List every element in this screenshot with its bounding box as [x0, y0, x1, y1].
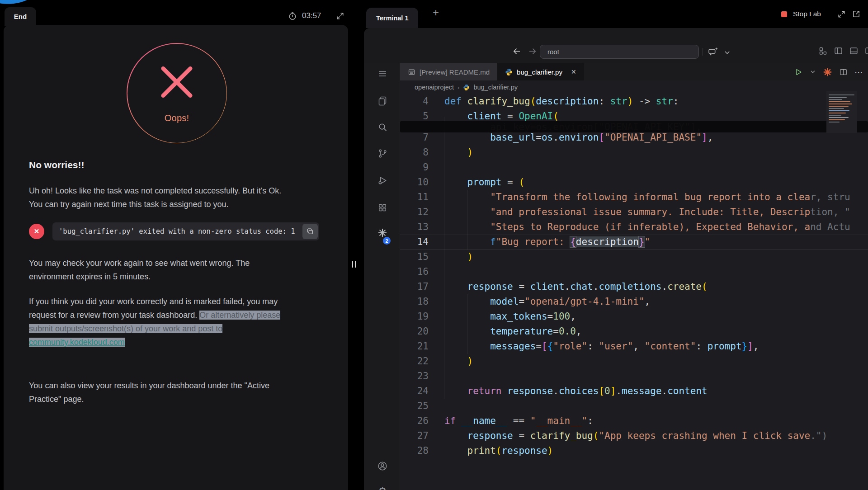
left-topbar: End 03:57 [0, 0, 362, 25]
code-text: temperature=0.0, [429, 324, 581, 339]
code-row-27[interactable]: 27 response = clarify_bug("App keeps cra… [400, 429, 868, 443]
chat-sparkle-icon[interactable] [708, 46, 719, 57]
code-text: max_tokens=100, [429, 309, 576, 324]
code-row-12[interactable]: 12 "and professional issue summary. Incl… [400, 205, 868, 220]
expand-panel-icon[interactable] [336, 12, 344, 20]
source-control-icon[interactable] [377, 147, 388, 159]
menu-icon[interactable] [377, 68, 388, 80]
line-number: 23 [400, 369, 429, 384]
review-paragraph: If you think you did your work correctly… [29, 295, 280, 349]
intro-line-2: You can try again next time this task is… [29, 198, 281, 211]
code-text [429, 399, 444, 414]
customize-layout-icon[interactable] [818, 46, 828, 56]
tab-terminal-1[interactable]: Terminal 1 [366, 8, 418, 28]
expand-terminal-icon[interactable] [837, 10, 846, 19]
chevron-down-icon[interactable] [723, 49, 731, 57]
code-text: return response.choices[0].message.conte… [429, 384, 708, 399]
review-line-2: request for a review from your task dash… [29, 308, 280, 322]
code-editor[interactable]: 4def clarify_bug(description: str) -> st… [400, 94, 868, 490]
code-row-6[interactable]: 6 api_key=os.environ["OPENAI_API_KEY"], [400, 124, 868, 130]
breadcrumb-chevron-icon: › [458, 84, 459, 91]
readme-tab-label: [Preview] README.md [420, 68, 490, 76]
account-icon[interactable] [377, 460, 388, 472]
settings-gear-icon[interactable]: ⚙ [377, 485, 388, 490]
line-number: 20 [400, 324, 429, 339]
line-number: 17 [400, 279, 429, 294]
code-row-22[interactable]: 22 ) [400, 354, 868, 369]
code-text: base_url=os.environ["OPENAI_API_BASE"], [429, 130, 713, 145]
code-row-17[interactable]: 17 response = client.chat.completions.cr… [400, 279, 868, 294]
code-row-8[interactable]: 8 ) [400, 145, 868, 160]
code-row-10[interactable]: 10 prompt = ( [400, 175, 868, 190]
code-row-25[interactable]: 25 [400, 399, 868, 414]
terminal-topbar: Terminal 1 + Stop Lab [364, 0, 868, 28]
code-row-28[interactable]: 28 print(response) [400, 443, 868, 458]
code-row-13[interactable]: 13 "Steps to Reproduce (if inferable), E… [400, 220, 868, 235]
python-icon [505, 68, 513, 76]
stop-lab-button[interactable]: Stop Lab [793, 10, 821, 18]
line-number: 14 [400, 235, 429, 250]
code-row-20[interactable]: 20 temperature=0.0, [400, 324, 868, 339]
breadcrumb[interactable]: openaiproject › bug_clarifier.py [400, 80, 868, 94]
code-row-19[interactable]: 19 max_tokens=100, [400, 309, 868, 324]
oops-ring: Oops! [127, 43, 227, 143]
explorer-icon[interactable] [377, 95, 388, 107]
code-text: f"Bug report: {description}" [429, 235, 650, 250]
result-heading: No worries!! [29, 160, 85, 170]
run-python-icon[interactable] [794, 68, 803, 76]
code-row-26[interactable]: 26if __name__ == "__main__": [400, 414, 868, 429]
code-text: "Transform the following informal bug re… [429, 190, 850, 205]
toggle-sidebar-icon[interactable] [834, 46, 843, 56]
code-row-18[interactable]: 18 model="openai/gpt-4.1-mini", [400, 294, 868, 309]
minimap[interactable] [826, 91, 857, 133]
command-center-search[interactable]: root [540, 45, 699, 59]
copy-button[interactable] [302, 224, 318, 239]
new-terminal-button[interactable]: + [433, 6, 439, 19]
close-tab-icon[interactable]: ✕ [571, 68, 576, 75]
review-line-1: If you think you did your work correctly… [29, 295, 280, 308]
code-row-9[interactable]: 9 [400, 160, 868, 175]
ai-starburst-icon[interactable] [823, 67, 832, 77]
code-row-16[interactable]: 16 [400, 264, 868, 279]
search-icon[interactable] [377, 121, 388, 133]
task-result-panel: Oops! No worries!! Uh oh! Looks like the… [4, 25, 348, 490]
breadcrumb-file[interactable]: bug_clarifier.py [473, 84, 518, 91]
code-row-21[interactable]: 21 messages=[{"role": "user", "content":… [400, 339, 868, 354]
tab-end[interactable]: End [5, 7, 36, 26]
starburst-sidebar-icon[interactable] [377, 227, 388, 239]
code-row-24[interactable]: 24 return response.choices[0].message.co… [400, 384, 868, 399]
extensions-icon[interactable] [377, 202, 388, 213]
code-text [429, 160, 444, 175]
run-debug-icon[interactable] [377, 174, 388, 186]
forward-arrow-icon[interactable] [528, 46, 538, 57]
line-number: 19 [400, 309, 429, 324]
toggle-panel-icon[interactable] [849, 46, 859, 56]
screen: End 03:57 Oops! No worries!! [0, 0, 868, 490]
code-row-7[interactable]: 7 base_url=os.environ["OPENAI_API_BASE"]… [400, 130, 868, 145]
community-link[interactable]: community.kodekloud.com [29, 338, 125, 347]
open-external-icon[interactable] [852, 9, 861, 19]
error-row: ✕ 'bug_clarifier.py' exited with a non-z… [29, 222, 319, 240]
split-editor-icon[interactable] [839, 68, 848, 76]
more-actions-icon[interactable]: ⋯ [854, 67, 863, 77]
error-x-icon: ✕ [29, 224, 44, 239]
panel-resize-handle[interactable] [352, 261, 356, 268]
code-row-14[interactable]: 14 f"Bug report: {description}" [400, 235, 868, 250]
toggle-secondary-sidebar-icon[interactable] [864, 46, 868, 56]
run-dropdown-chevron-icon[interactable] [810, 69, 816, 75]
code-row-11[interactable]: 11 "Transform the following informal bug… [400, 190, 868, 205]
line-number: 18 [400, 294, 429, 309]
line-number: 15 [400, 250, 429, 264]
tab-bug-clarifier[interactable]: bug_clarifier.py ✕ [497, 63, 584, 80]
code-text [429, 369, 444, 384]
code-row-15[interactable]: 15 ) [400, 250, 868, 264]
tab-readme-preview[interactable]: [Preview] README.md [400, 63, 497, 80]
vscode-window: root [364, 28, 868, 490]
code-text: ) [429, 145, 473, 160]
back-arrow-icon[interactable] [511, 46, 522, 57]
results-line-1: You can also view your results in your d… [29, 379, 269, 392]
code-text: messages=[{"role": "user", "content": pr… [429, 339, 759, 354]
code-row-23[interactable]: 23 [400, 369, 868, 384]
code-row-4[interactable]: 4def clarify_bug(description: str) -> st… [400, 94, 868, 109]
breadcrumb-folder[interactable]: openaiproject [415, 84, 454, 91]
